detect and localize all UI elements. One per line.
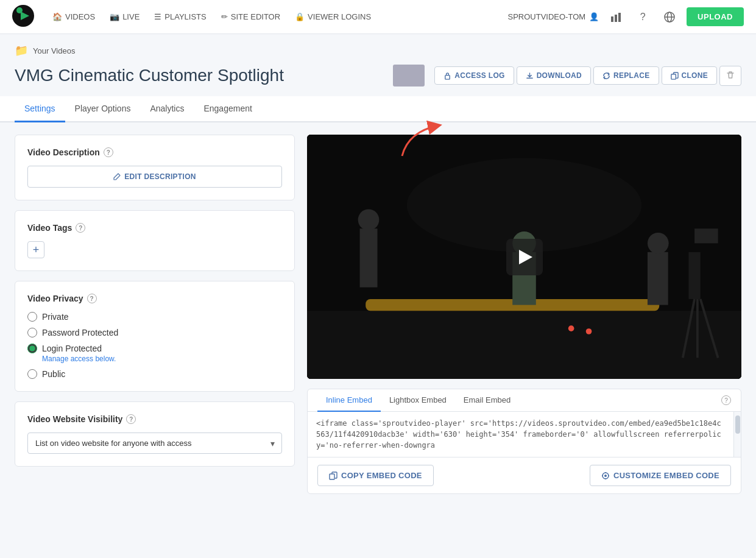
- embed-tab-email[interactable]: Email Embed: [455, 389, 519, 412]
- trash-icon: [726, 71, 735, 79]
- svg-point-27: [586, 328, 592, 334]
- playlists-icon: ☰: [154, 12, 161, 21]
- video-preview[interactable]: [307, 135, 741, 379]
- video-tags-card: Video Tags ? +: [15, 210, 295, 271]
- edit-description-button[interactable]: EDIT DESCRIPTION: [27, 166, 282, 188]
- right-panel: Inline Embed Lightbox Embed Email Embed …: [307, 135, 741, 494]
- embed-tab-lightbox[interactable]: Lightbox Embed: [381, 389, 455, 412]
- video-website-visibility-card: Video Website Visibility ? List on video…: [15, 401, 295, 467]
- top-nav: 🏠 VIDEOS 📷 LIVE ☰ PLAYLISTS ✏ SITE EDITO…: [0, 0, 756, 34]
- video-privacy-card: Video Privacy ? Private Password Protect…: [15, 281, 295, 392]
- customize-embed-button[interactable]: CUSTOMIZE EMBED CODE: [590, 465, 731, 486]
- privacy-password[interactable]: Password Protected: [27, 328, 282, 337]
- breadcrumb: 📁 Your Videos: [0, 34, 756, 60]
- nav-live[interactable]: 📷 LIVE: [104, 9, 146, 25]
- home-icon: 🏠: [52, 12, 62, 21]
- nav-viewer-logins[interactable]: 🔒 VIEWER LOGINS: [289, 9, 377, 25]
- copy-embed-button[interactable]: COPY EMBED CODE: [317, 465, 434, 486]
- header-actions: ACCESS LOG DOWNLOAD REPLACE CLONE: [434, 66, 741, 86]
- tabs-bar: Settings Player Options Analytics Engage…: [0, 96, 756, 122]
- video-tags-label: Video Tags ?: [27, 223, 282, 233]
- embed-code-area: <iframe class='sproutvideo-player' src='…: [308, 412, 741, 457]
- play-button[interactable]: [506, 239, 543, 275]
- embed-section: Inline Embed Lightbox Embed Email Embed …: [307, 389, 741, 494]
- svg-point-20: [648, 233, 669, 254]
- globe-icon-btn[interactable]: [660, 7, 679, 27]
- svg-point-26: [568, 325, 574, 331]
- user-icon: 👤: [589, 12, 599, 21]
- delete-button[interactable]: [719, 66, 741, 86]
- folder-icon: 📁: [15, 44, 28, 57]
- nav-playlists[interactable]: ☰ PLAYLISTS: [148, 9, 212, 25]
- tab-engagement[interactable]: Engagement: [194, 96, 261, 122]
- video-title: VMG Cinematic Customer Spotlight: [15, 66, 383, 85]
- manage-access-link[interactable]: Manage access below.: [42, 355, 282, 363]
- analytics-icon-btn[interactable]: [606, 7, 626, 27]
- privacy-public[interactable]: Public: [27, 369, 282, 379]
- privacy-private[interactable]: Private: [27, 312, 282, 322]
- visibility-select-wrapper: List on video website for anyone with ac…: [27, 433, 282, 454]
- embed-scrollbar[interactable]: [733, 412, 741, 457]
- video-website-visibility-label: Video Website Visibility ?: [27, 414, 282, 424]
- pencil-icon: [113, 173, 121, 180]
- embed-actions: COPY EMBED CODE CUSTOMIZE EMBED CODE: [308, 457, 741, 493]
- clone-button[interactable]: CLONE: [662, 66, 718, 85]
- embed-scrollbar-thumb: [735, 415, 740, 434]
- svg-point-31: [604, 475, 607, 477]
- svg-rect-3: [611, 16, 613, 22]
- nav-right: SPROUTVIDEO-TOM 👤 ? UPLOAD: [508, 7, 744, 27]
- svg-rect-10: [671, 74, 675, 79]
- video-description-card: Video Description ? EDIT DESCRIPTION: [15, 135, 295, 200]
- privacy-private-radio[interactable]: [27, 312, 37, 322]
- download-button[interactable]: DOWNLOAD: [517, 66, 591, 85]
- embed-tabs: Inline Embed Lightbox Embed Email Embed …: [308, 389, 741, 412]
- svg-point-16: [358, 209, 380, 230]
- download-icon: [526, 72, 534, 80]
- customize-icon: [601, 471, 610, 480]
- lock-icon: 🔒: [295, 12, 305, 21]
- tab-settings[interactable]: Settings: [15, 96, 65, 122]
- visibility-help-icon[interactable]: ?: [126, 414, 136, 424]
- tab-player-options[interactable]: Player Options: [65, 96, 141, 122]
- access-log-button[interactable]: ACCESS LOG: [434, 66, 514, 85]
- svg-rect-5: [618, 13, 621, 22]
- video-thumbnail-small: [393, 65, 425, 87]
- left-panel: Video Description ? EDIT DESCRIPTION Vid…: [15, 135, 295, 494]
- nav-links: 🏠 VIDEOS 📷 LIVE ☰ PLAYLISTS ✏ SITE EDITO…: [46, 9, 508, 25]
- user-menu[interactable]: SPROUTVIDEO-TOM 👤: [508, 12, 599, 21]
- svg-rect-29: [330, 474, 334, 479]
- video-description-label: Video Description ?: [27, 147, 282, 157]
- svg-rect-4: [615, 15, 617, 22]
- description-help-icon[interactable]: ?: [104, 147, 113, 157]
- replace-button[interactable]: REPLACE: [593, 66, 659, 85]
- svg-rect-13: [307, 311, 741, 379]
- embed-tab-inline[interactable]: Inline Embed: [317, 389, 381, 412]
- embed-help: ?: [721, 389, 731, 411]
- clone-icon: [671, 72, 679, 80]
- visibility-select[interactable]: List on video website for anyone with ac…: [27, 433, 282, 454]
- copy-icon: [329, 471, 337, 480]
- lock-icon: [443, 72, 451, 80]
- upload-button[interactable]: UPLOAD: [687, 7, 744, 26]
- svg-rect-19: [648, 252, 668, 305]
- replace-icon: [602, 72, 610, 80]
- nav-videos[interactable]: 🏠 VIDEOS: [46, 9, 101, 25]
- help-icon-btn[interactable]: ?: [633, 7, 652, 27]
- embed-help-icon[interactable]: ?: [721, 395, 731, 405]
- privacy-login-radio[interactable]: [27, 344, 37, 353]
- privacy-password-radio[interactable]: [27, 328, 37, 337]
- privacy-public-radio[interactable]: [27, 369, 37, 379]
- logo[interactable]: [12, 5, 34, 29]
- nav-site-editor[interactable]: ✏ SITE EDITOR: [215, 9, 286, 25]
- svg-point-2: [16, 7, 23, 13]
- tab-analytics[interactable]: Analytics: [140, 96, 194, 122]
- breadcrumb-text: Your Videos: [33, 46, 75, 55]
- tags-help-icon[interactable]: ?: [76, 223, 85, 233]
- privacy-help-icon[interactable]: ?: [87, 294, 97, 303]
- svg-rect-15: [360, 228, 378, 287]
- svg-rect-22: [694, 228, 718, 243]
- add-tag-button[interactable]: +: [27, 241, 44, 258]
- live-icon: 📷: [110, 12, 119, 21]
- privacy-login[interactable]: Login Protected: [27, 344, 282, 353]
- video-header: VMG Cinematic Customer Spotlight ACCESS …: [0, 60, 756, 96]
